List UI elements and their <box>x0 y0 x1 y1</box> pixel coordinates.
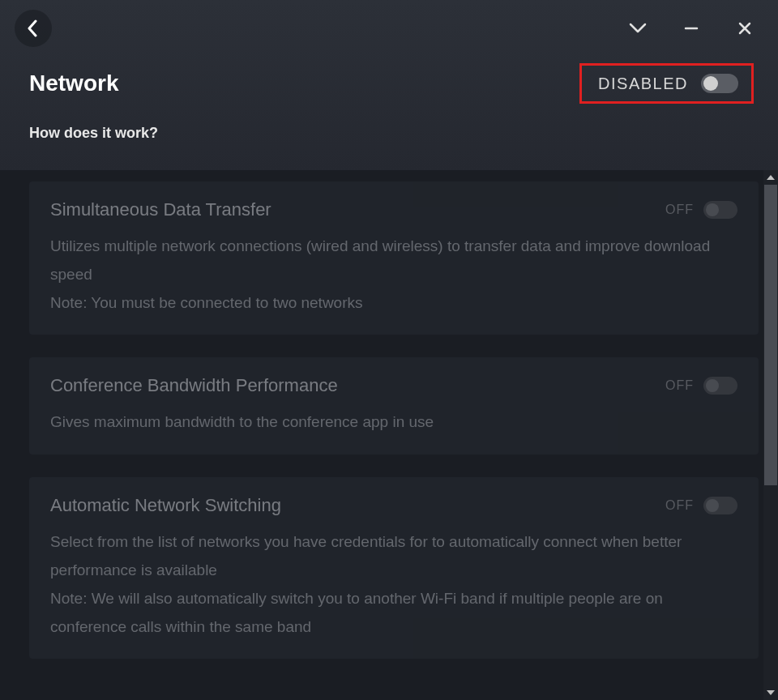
card-title: Conference Bandwidth Performance <box>50 375 338 396</box>
master-toggle-highlight: DISABLED <box>579 63 754 104</box>
chevron-down-icon <box>629 23 647 34</box>
scroll-track[interactable] <box>763 185 778 685</box>
card-simultaneous-data-transfer: Simultaneous Data Transfer OFF Utilizes … <box>29 181 759 335</box>
help-link[interactable]: How does it work? <box>0 110 778 156</box>
page-title: Network <box>29 70 118 96</box>
card-header: Automatic Network Switching OFF <box>50 495 737 516</box>
toggle-label: OFF <box>665 498 694 513</box>
toggle-simultaneous-data-transfer[interactable] <box>703 201 737 219</box>
card-conference-bandwidth: Conference Bandwidth Performance OFF Giv… <box>29 357 759 454</box>
master-toggle-label: DISABLED <box>598 75 688 93</box>
header-region: Network DISABLED How does it work? <box>0 0 778 170</box>
card-description: Utilizes multiple network connections (w… <box>50 232 737 317</box>
toggle-wrap: OFF <box>665 497 737 514</box>
card-header: Simultaneous Data Transfer OFF <box>50 199 737 220</box>
card-description: Select from the list of networks you hav… <box>50 527 737 642</box>
card-title: Automatic Network Switching <box>50 495 281 516</box>
toggle-label: OFF <box>665 378 694 393</box>
scroll-up-button[interactable] <box>763 170 778 185</box>
vertical-scrollbar[interactable] <box>763 170 778 700</box>
toggle-conference-bandwidth[interactable] <box>703 377 737 395</box>
minimize-button[interactable] <box>682 19 700 37</box>
back-button[interactable] <box>15 10 52 47</box>
toggle-knob <box>706 499 719 512</box>
toggle-automatic-network-switching[interactable] <box>703 497 737 514</box>
title-row: Network DISABLED <box>0 57 778 110</box>
toggle-wrap: OFF <box>665 201 737 219</box>
scroll-thumb[interactable] <box>764 185 777 485</box>
card-automatic-network-switching: Automatic Network Switching OFF Select f… <box>29 477 759 659</box>
toggle-knob <box>706 203 719 216</box>
master-toggle[interactable] <box>701 74 738 93</box>
card-header: Conference Bandwidth Performance OFF <box>50 375 737 396</box>
close-icon <box>737 21 752 36</box>
toggle-label: OFF <box>665 203 694 217</box>
chevron-left-icon <box>26 19 41 37</box>
close-button[interactable] <box>736 19 754 37</box>
toggle-knob <box>703 76 718 91</box>
card-description: Gives maximum bandwidth to the conferenc… <box>50 408 737 436</box>
toggle-knob <box>706 379 719 392</box>
dropdown-button[interactable] <box>629 19 647 37</box>
window-controls <box>629 19 754 37</box>
triangle-down-icon <box>767 690 775 695</box>
triangle-up-icon <box>767 175 775 180</box>
toggle-wrap: OFF <box>665 377 737 395</box>
scroll-down-button[interactable] <box>763 685 778 700</box>
content-region: Simultaneous Data Transfer OFF Utilizes … <box>0 170 778 700</box>
minimize-icon <box>684 21 699 36</box>
card-title: Simultaneous Data Transfer <box>50 199 271 220</box>
topbar <box>0 0 778 57</box>
